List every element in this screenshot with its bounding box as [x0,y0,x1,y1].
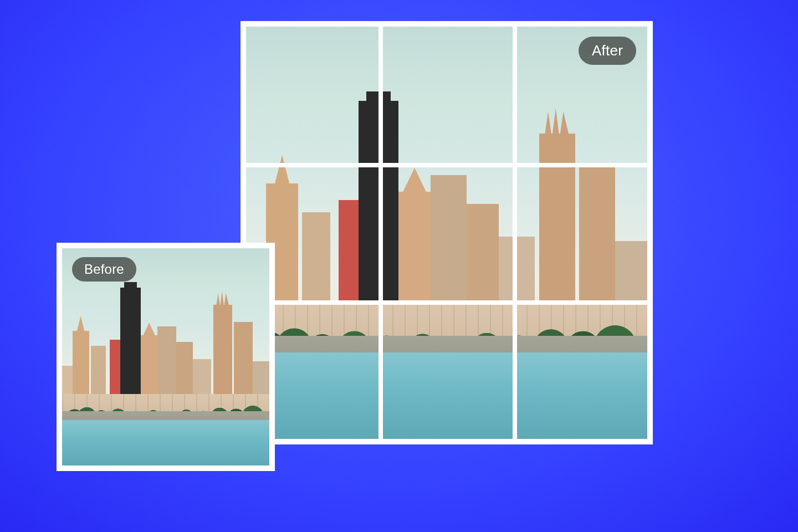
after-image [246,27,647,439]
comparison-stage: After Before [0,0,798,532]
before-badge: Before [72,257,136,282]
after-panel: After [241,21,653,444]
after-badge: After [579,37,636,65]
before-panel: Before [57,243,275,471]
